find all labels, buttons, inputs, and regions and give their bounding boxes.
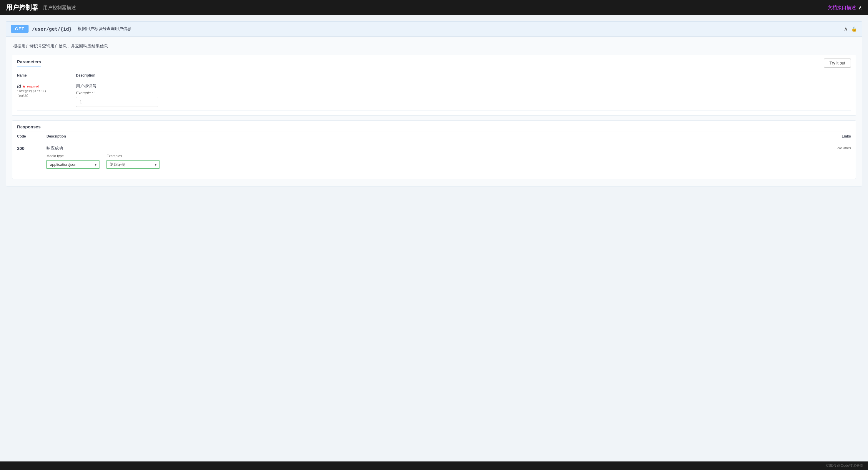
page-title: 用户控制器: [6, 3, 38, 12]
col-header-desc: Description: [46, 134, 816, 139]
response-row-200: 200 响应成功 Media type application/json: [17, 141, 851, 174]
response-code: 200: [17, 146, 46, 151]
media-type-label: Media type: [46, 154, 99, 158]
param-name: id: [17, 84, 21, 89]
col-header-code: Code: [17, 134, 46, 139]
param-row: id ★ required integer($int32) (path) 用户标…: [17, 80, 851, 111]
param-required-text: required: [27, 85, 39, 88]
param-example: Example : 1: [76, 91, 851, 95]
param-type: integer($int32): [17, 89, 76, 93]
media-type-select[interactable]: application/json: [46, 160, 99, 169]
api-header: GET /user/get/{id} 根据用户标识号查询用户信息 ∧ 🔒: [6, 22, 862, 36]
top-bar: 用户控制器 用户控制器描述 文档接口描述 ∧: [0, 0, 868, 15]
responses-table: Code Description Links 200 响应成功 Media ty…: [12, 132, 856, 179]
param-id-input[interactable]: [76, 97, 158, 107]
param-desc-col: 用户标识号 Example : 1: [76, 84, 851, 107]
param-name-row: id ★ required: [17, 84, 76, 89]
response-media-row: Media type application/json Examples: [46, 154, 816, 169]
responses-header: Responses: [12, 121, 856, 132]
responses-section: Responses Code Description Links 200 响应成…: [12, 120, 856, 179]
main-content: GET /user/get/{id} 根据用户标识号查询用户信息 ∧ 🔒 根据用…: [0, 15, 868, 462]
col-header-desc: Description: [76, 73, 851, 78]
param-location: (path): [17, 94, 76, 97]
collapse-icon[interactable]: ∧: [858, 4, 862, 11]
responses-title: Responses: [17, 124, 851, 132]
param-name-col: id ★ required integer($int32) (path): [17, 84, 76, 97]
params-table: Name Description id ★ required integer($…: [12, 71, 856, 115]
col-header-links: Links: [816, 134, 851, 139]
examples-group: Examples 返回示例: [106, 154, 159, 169]
api-full-desc: 根据用户标识号查询用户信息，并返回响应结果信息: [12, 43, 856, 49]
col-header-name: Name: [17, 73, 76, 78]
lock-icon: 🔒: [851, 26, 857, 32]
examples-label: Examples: [106, 154, 159, 158]
response-no-links: No links: [816, 146, 851, 150]
response-desc-col: 响应成功 Media type application/json: [46, 146, 816, 169]
top-bar-actions: 文档接口描述 ∧: [828, 4, 862, 11]
media-type-group: Media type application/json: [46, 154, 99, 169]
parameters-header: Parameters Try it out: [12, 55, 856, 67]
parameters-title: Parameters: [17, 59, 41, 67]
method-badge: GET: [11, 25, 29, 33]
api-path: /user/get/{id}: [32, 26, 72, 32]
doc-link[interactable]: 文档接口描述: [828, 5, 856, 11]
api-short-desc: 根据用户标识号查询用户信息: [78, 26, 131, 31]
examples-select-wrapper[interactable]: 返回示例: [106, 160, 159, 169]
media-type-select-wrapper[interactable]: application/json: [46, 160, 99, 169]
param-desc-text: 用户标识号: [76, 84, 851, 89]
api-card: GET /user/get/{id} 根据用户标识号查询用户信息 ∧ 🔒 根据用…: [6, 21, 862, 186]
footer: CSDN @Code技术分享: [0, 462, 868, 470]
try-it-out-button[interactable]: Try it out: [824, 59, 851, 67]
api-header-right: ∧ 🔒: [844, 26, 857, 32]
page-subtitle: 用户控制器描述: [43, 5, 76, 11]
param-required-star: ★: [22, 84, 26, 89]
responses-table-header: Code Description Links: [17, 132, 851, 141]
params-table-header: Name Description: [17, 71, 851, 80]
footer-text: CSDN @Code技术分享: [826, 464, 863, 468]
api-body: 根据用户标识号查询用户信息，并返回响应结果信息 Parameters Try i…: [6, 36, 862, 186]
response-desc-text: 响应成功: [46, 146, 816, 151]
chevron-up-icon[interactable]: ∧: [844, 26, 848, 32]
examples-select[interactable]: 返回示例: [106, 160, 159, 169]
parameters-section: Parameters Try it out Name Description i…: [12, 55, 856, 116]
